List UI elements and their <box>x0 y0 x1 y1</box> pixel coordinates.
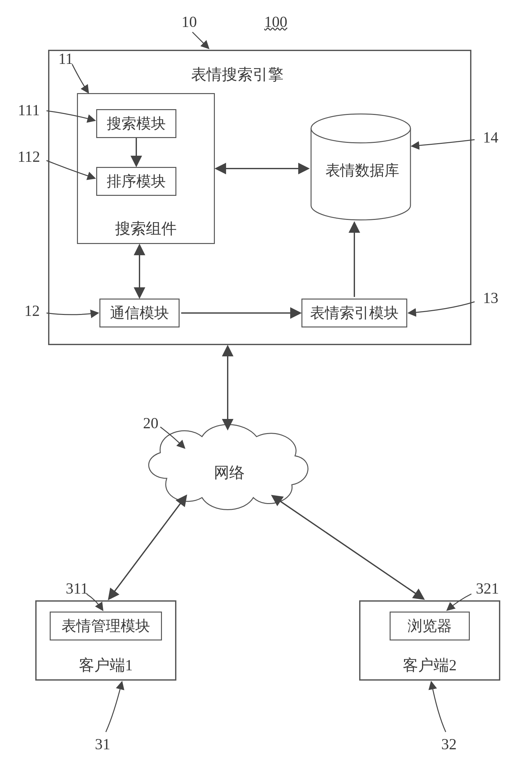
engine-title: 表情搜索引擎 <box>173 64 301 85</box>
client1-inner-box: 表情管理模块 <box>50 612 162 641</box>
ref-31: 31 <box>90 735 115 753</box>
ref-112: 112 <box>13 148 45 165</box>
ref-321: 321 <box>471 580 503 597</box>
ref-12: 12 <box>19 302 45 319</box>
svg-line-7 <box>109 496 186 599</box>
client1-label: 客户端1 <box>74 655 138 676</box>
network-label: 网络 <box>205 462 253 483</box>
ref-111: 111 <box>13 101 45 119</box>
client2-label: 客户端2 <box>398 655 462 676</box>
comm-module-box: 通信模块 <box>99 299 180 327</box>
database-label: 表情数据库 <box>318 161 407 180</box>
index-module-box: 表情索引模块 <box>301 299 407 327</box>
client2-inner-box: 浏览器 <box>390 612 470 641</box>
ref-311: 311 <box>61 580 93 597</box>
sort-module-box: 排序模块 <box>96 167 176 196</box>
ref-10: 10 <box>176 13 202 31</box>
search-component-label: 搜索组件 <box>106 218 186 239</box>
ref-20: 20 <box>138 414 163 432</box>
ref-11: 11 <box>53 50 79 67</box>
ref-13: 13 <box>478 289 503 307</box>
svg-line-8 <box>272 496 423 599</box>
search-module-box: 搜索模块 <box>96 109 176 138</box>
ref-14: 14 <box>478 128 503 146</box>
ref-100: 100 <box>257 13 295 31</box>
ref-32: 32 <box>436 735 462 753</box>
